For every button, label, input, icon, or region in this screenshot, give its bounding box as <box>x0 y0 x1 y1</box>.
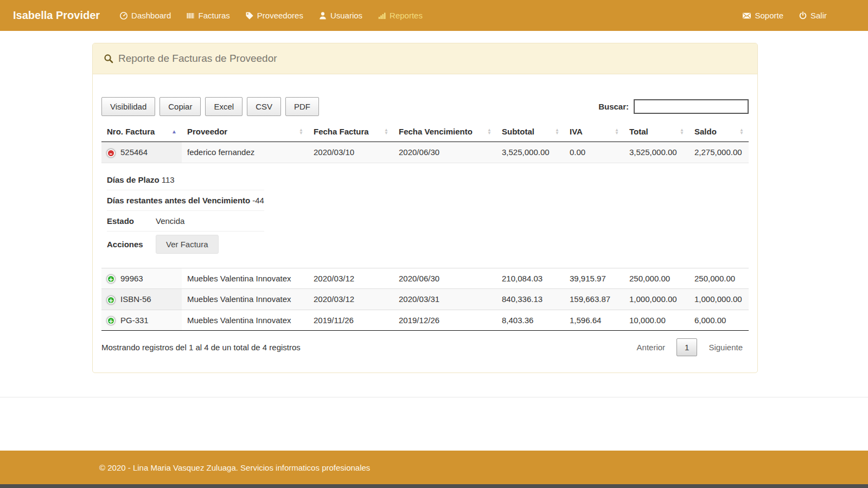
sort-icon: ▲▼ <box>384 128 388 135</box>
detail-label: Días restantes antes del Vencimiento <box>107 196 250 205</box>
tag-icon <box>245 11 254 20</box>
detail-label: Estado <box>107 216 154 226</box>
sort-icon: ▲▼ <box>615 128 619 135</box>
nav-item-dashboard[interactable]: Dashboard <box>112 0 178 31</box>
cell-fecha-vencimiento: 2020/06/30 <box>393 268 496 289</box>
view-invoice-button[interactable]: Ver Factura <box>156 235 219 254</box>
detail-value: -44 <box>252 196 264 205</box>
column-label: Fecha Vencimiento <box>399 127 473 136</box>
page-footer: © 2020 - Lina Maria Vasquez Zuluaga. Ser… <box>0 451 868 484</box>
column-label: Saldo <box>694 127 717 136</box>
cell-factura: -525464 <box>101 142 182 163</box>
panel-heading: Reporte de Facturas de Proveedor <box>93 43 757 74</box>
brand[interactable]: Isabella Provider <box>13 9 100 22</box>
nav-item-label: Reportes <box>390 0 423 31</box>
cell-proveedor: federico fernandez <box>182 142 308 163</box>
nav-item-usuarios[interactable]: Usuarios <box>311 0 370 31</box>
nav-item-salir[interactable]: Salir <box>791 0 834 31</box>
column-header-subtotal[interactable]: Subtotal ▲▼ <box>496 121 564 142</box>
next-page-button[interactable]: Siguiente <box>703 339 749 356</box>
divider <box>0 397 868 397</box>
bar-chart-icon <box>378 11 386 20</box>
sort-icon: ▲▼ <box>299 128 303 135</box>
cell-total: 3,525,000.00 <box>624 142 689 163</box>
cell-fecha-factura: 2020/03/12 <box>308 268 393 289</box>
pdf-button[interactable]: PDF <box>285 97 319 116</box>
column-header-nro-factura[interactable]: Nro. Factura ▲ <box>101 121 182 142</box>
sort-asc-icon: ▲ <box>171 129 177 134</box>
column-label: Proveedor <box>187 127 227 136</box>
dashboard-icon <box>119 11 128 20</box>
detail-item-actions: AccionesVer Factura <box>107 232 264 259</box>
column-header-fecha-vencimiento[interactable]: Fecha Vencimiento ▲▼ <box>393 121 496 142</box>
cell-total: 1,000,000.00 <box>624 289 689 310</box>
expand-row-icon[interactable]: + <box>107 317 115 325</box>
visibility-button[interactable]: Visibilidad <box>101 97 155 116</box>
previous-page-button[interactable]: Anterior <box>631 339 672 356</box>
excel-button[interactable]: Excel <box>205 97 242 116</box>
nav-item-label: Salir <box>810 0 827 31</box>
cell-iva: 1,596.64 <box>564 310 624 331</box>
column-label: Subtotal <box>502 127 534 136</box>
table-footer: Mostrando registros del 1 al 4 de un tot… <box>101 338 749 356</box>
collapse-row-icon[interactable]: - <box>107 149 115 157</box>
cell-fecha-vencimiento: 2020/03/31 <box>393 289 496 310</box>
bottom-strip <box>0 484 868 488</box>
pagination: Anterior 1 Siguiente <box>631 338 749 356</box>
navbar: Isabella Provider Dashboard Facturas Pro… <box>0 0 868 31</box>
barcode-icon <box>186 11 195 20</box>
column-header-fecha-factura[interactable]: Fecha Factura ▲▼ <box>308 121 393 142</box>
expand-row-icon[interactable]: + <box>107 296 115 304</box>
detail-value: 113 <box>162 175 175 184</box>
invoices-table: Nro. Factura ▲ Proveedor ▲▼ Fecha Factur… <box>101 121 749 331</box>
table-row: -525464 federico fernandez 2020/03/10 20… <box>101 142 749 163</box>
csv-button[interactable]: CSV <box>247 97 281 116</box>
table-search: Buscar: <box>598 99 749 114</box>
cell-fecha-vencimiento: 2020/06/30 <box>393 142 496 163</box>
detail-label: Días de Plazo <box>107 175 159 184</box>
cell-saldo: 6,000.00 <box>689 310 749 331</box>
nav-item-soporte[interactable]: Soporte <box>735 0 791 31</box>
report-panel: Reporte de Facturas de Proveedor Visibil… <box>92 43 758 373</box>
nav-item-label: Usuarios <box>330 0 362 31</box>
page-title: Reporte de Facturas de Proveedor <box>118 53 277 65</box>
detail-item: EstadoVencida <box>107 211 264 232</box>
cell-iva: 159,663.87 <box>564 289 624 310</box>
nav-item-facturas[interactable]: Facturas <box>178 0 237 31</box>
cell-fecha-factura: 2020/03/10 <box>308 142 393 163</box>
cell-fecha-vencimiento: 2019/12/26 <box>393 310 496 331</box>
user-icon <box>318 11 327 20</box>
column-header-total[interactable]: Total ▲▼ <box>624 121 689 142</box>
cell-subtotal: 3,525,000.00 <box>496 142 564 163</box>
nav-item-reportes[interactable]: Reportes <box>370 0 430 31</box>
nav-menu: Dashboard Facturas Proveedores Usuarios … <box>112 0 430 31</box>
sort-icon: ▲▼ <box>555 128 559 135</box>
row-detail: Días de Plazo113 Días restantes antes de… <box>101 163 749 268</box>
detail-label: Acciones <box>107 240 154 249</box>
detail-value: Vencida <box>156 216 184 226</box>
column-label: IVA <box>570 127 583 136</box>
copy-button[interactable]: Copiar <box>159 97 201 116</box>
nav-item-label: Facturas <box>198 0 229 31</box>
cell-iva: 39,915.97 <box>564 268 624 289</box>
search-input[interactable] <box>634 99 749 114</box>
nav-item-proveedores[interactable]: Proveedores <box>238 0 311 31</box>
column-label: Fecha Factura <box>314 127 369 136</box>
nav-item-label: Soporte <box>755 0 783 31</box>
detail-item: Días restantes antes del Vencimiento-44 <box>107 190 264 211</box>
records-info: Mostrando registros del 1 al 4 de un tot… <box>101 343 301 352</box>
cell-total: 10,000.00 <box>624 310 689 331</box>
cell-saldo: 2,275,000.00 <box>689 142 749 163</box>
table-row: +PG-331 Muebles Valentina Innovatex 2019… <box>101 310 749 331</box>
detail-item: Días de Plazo113 <box>107 170 264 190</box>
column-header-iva[interactable]: IVA ▲▼ <box>564 121 624 142</box>
expand-row-icon[interactable]: + <box>107 275 115 283</box>
sort-icon: ▲▼ <box>680 128 684 135</box>
envelope-icon <box>742 11 751 20</box>
copyright-text: © 2020 - Lina Maria Vasquez Zuluaga. Ser… <box>92 463 370 472</box>
column-label: Total <box>629 127 648 136</box>
current-page-button[interactable]: 1 <box>676 338 697 356</box>
column-header-saldo[interactable]: Saldo ▲▼ <box>689 121 749 142</box>
column-header-proveedor[interactable]: Proveedor ▲▼ <box>182 121 308 142</box>
sort-icon: ▲▼ <box>739 128 744 135</box>
